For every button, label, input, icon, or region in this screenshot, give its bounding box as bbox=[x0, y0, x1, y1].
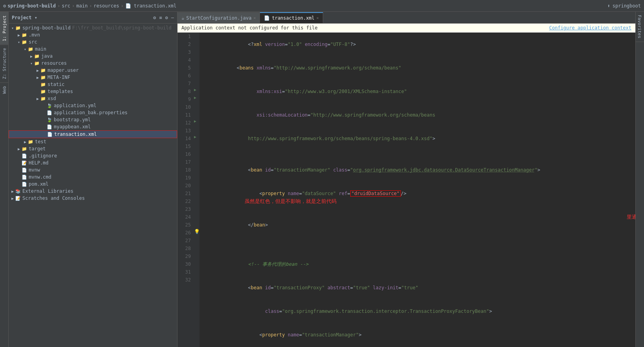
sidebar-item-favorites[interactable]: Favorites bbox=[636, 12, 644, 42]
main-layout: 1: Project Z: Structure Web Project ▾ ⚙ … bbox=[0, 12, 644, 347]
code-line-5: http://www.springframework.org/schema/be… bbox=[203, 127, 632, 150]
tree-item-pom-xml[interactable]: ▶ 📄 pom.xml bbox=[9, 181, 177, 188]
code-line-9: </bean> 里通过@Bean注入的数据源 bbox=[203, 213, 632, 245]
project-header: Project ▾ ⚙ ≡ ⚙ — bbox=[9, 12, 177, 24]
sidebar-item-web[interactable]: Web bbox=[0, 82, 8, 97]
code-line-6 bbox=[203, 150, 632, 158]
line-numbers: 1 2 3 4 5 6 7 8 9 10 11 12 13 14 15 16 1 bbox=[177, 33, 193, 347]
root-folder-icon: 📁 bbox=[15, 25, 21, 31]
code-line-14: <property name="transactionManager"> bbox=[203, 323, 632, 347]
project-header-icons: ⚙ ≡ ⚙ — bbox=[153, 15, 174, 20]
code-line-4: xsi:schemaLocation="http://www.springfra… bbox=[203, 103, 632, 127]
code-line-8: <property name="dataSource" ref="druidDa… bbox=[203, 182, 632, 213]
tree-item-transaction-xml[interactable]: ▶ 📄 transaction.xml bbox=[9, 130, 177, 138]
ext-arrow: ▶ bbox=[10, 189, 15, 194]
project-icon: ⚙ bbox=[3, 3, 6, 9]
sync-icon[interactable]: ⚙ bbox=[153, 15, 156, 20]
myappbean-xml-icon: 📄 bbox=[46, 124, 53, 130]
left-side-tabs: 1: Project Z: Structure Web bbox=[0, 12, 9, 347]
gutter-icon-7: ▶ bbox=[194, 88, 196, 92]
title-bar-right: ⬆ springboot bbox=[607, 3, 641, 9]
tree-item-meta-inf[interactable]: ▶ 📁 META-INF bbox=[9, 74, 177, 81]
meta-arrow: ▶ bbox=[35, 75, 40, 80]
test-folder-icon: 📁 bbox=[27, 139, 34, 145]
tree-item-src[interactable]: ▾ 📁 src bbox=[9, 38, 177, 46]
tree-item-static[interactable]: ▶ 📁 static bbox=[9, 81, 177, 88]
tree-root-arrow: ▾ bbox=[10, 26, 15, 30]
minimize-icon[interactable]: — bbox=[171, 15, 174, 20]
main-folder-icon: 📁 bbox=[27, 46, 34, 52]
tree-item-help-md[interactable]: ▶ 📝 HELP.md bbox=[9, 159, 177, 166]
sidebar-item-structure[interactable]: Z: Structure bbox=[0, 44, 8, 82]
code-line-10 bbox=[203, 245, 632, 252]
static-folder-icon: 📁 bbox=[40, 81, 46, 88]
project-tree: ▾ 📁 spring-boot-build F:\frr_boot_build\… bbox=[9, 24, 177, 347]
breadcrumb: ⚙ spring-boot-build › src › main › resou… bbox=[3, 3, 176, 9]
notice-bar: Application context not configured for t… bbox=[177, 24, 635, 33]
java-arrow: ▶ bbox=[29, 54, 34, 58]
tree-item-mvnw-cmd[interactable]: ▶ 📄 mvnw.cmd bbox=[9, 174, 177, 181]
configure-context-link[interactable]: Configure application context bbox=[549, 25, 631, 31]
transaction-xml-icon: 📄 bbox=[47, 131, 53, 137]
target-folder-icon: 📁 bbox=[21, 146, 27, 152]
code-content[interactable]: <?xml version="1.0" encoding="UTF-8"?> <… bbox=[199, 33, 635, 347]
java-file-icon: ☕ bbox=[181, 15, 184, 21]
tree-item-templates[interactable]: ▶ 📁 templates bbox=[9, 88, 177, 95]
tab-close-start[interactable]: ✕ bbox=[253, 16, 256, 20]
src-arrow: ▾ bbox=[16, 40, 21, 44]
settings-icon[interactable]: ⚙ bbox=[165, 15, 168, 20]
code-line-3: xmlns:xsi="http://www.w3.org/2001/XMLSch… bbox=[203, 80, 632, 103]
tab-transaction-xml[interactable]: 📄 transaction.xml ✕ bbox=[260, 12, 323, 23]
annotation-line2: 里通过@Bean注入的数据源 bbox=[627, 213, 635, 221]
tab-start-configuration[interactable]: ☕ StartConfiguration.java ✕ bbox=[177, 12, 260, 23]
tree-item-scratches[interactable]: ▶ 📝 Scratches and Consoles bbox=[9, 195, 177, 202]
tree-item-bootstrap-yml[interactable]: ▶ 🍃 bootstrap.yml bbox=[9, 116, 177, 123]
editor-area: ☕ StartConfiguration.java ✕ 📄 transactio… bbox=[177, 12, 635, 347]
notice-text: Application context not configured for t… bbox=[181, 25, 318, 31]
collapse-icon[interactable]: ≡ bbox=[159, 15, 162, 20]
target-arrow: ▶ bbox=[16, 147, 21, 151]
tree-item-mapper[interactable]: ▶ 📁 mapper.user bbox=[9, 67, 177, 74]
arrow-icon: ⬆ bbox=[607, 3, 610, 9]
mapper-folder-icon: 📁 bbox=[40, 67, 46, 73]
resources-folder-icon: 📁 bbox=[34, 60, 40, 66]
mvn-arrow: ▶ bbox=[16, 33, 21, 37]
sidebar-item-project[interactable]: 1: Project bbox=[0, 12, 8, 44]
tree-item-application-yml[interactable]: ▶ 🍃 application.yml bbox=[9, 102, 177, 109]
tree-item-mvnw[interactable]: ▶ 📄 mvnw bbox=[9, 166, 177, 174]
tree-item-gitignore[interactable]: ▶ 📄 .gitignore bbox=[9, 152, 177, 159]
tree-item-test[interactable]: ▶ 📁 test bbox=[9, 138, 177, 145]
mvnw-icon: 📄 bbox=[21, 167, 27, 173]
title-bar: ⚙ spring-boot-build › src › main › resou… bbox=[0, 0, 644, 12]
project-panel: Project ▾ ⚙ ≡ ⚙ — ▾ 📁 spring-boot-build … bbox=[9, 12, 177, 347]
tree-item-xsd[interactable]: ▶ 📁 xsd bbox=[9, 95, 177, 102]
tree-item-ext-libs[interactable]: ▶ 📚 External Libraries bbox=[9, 188, 177, 195]
mvn-folder-icon: 📁 bbox=[21, 32, 27, 38]
code-scroll[interactable]: 1 2 3 4 5 6 7 8 9 10 11 12 13 14 15 16 1 bbox=[177, 33, 635, 347]
gutter-icon-8: ▶ bbox=[194, 95, 196, 100]
code-line-1: <?xml version="1.0" encoding="UTF-8"?> bbox=[203, 33, 632, 56]
main-arrow: ▾ bbox=[23, 47, 27, 51]
tree-root[interactable]: ▾ 📁 spring-boot-build F:\frr_boot_build\… bbox=[9, 24, 177, 31]
xsd-folder-icon: 📁 bbox=[40, 95, 46, 102]
gutter-icon-12: ▶ bbox=[194, 119, 196, 123]
code-line-13: class="org.springframework.transaction.i… bbox=[203, 300, 632, 323]
code-line-7: <bean id="transactionManager" class="org… bbox=[203, 158, 632, 182]
templates-arrow: ▶ bbox=[35, 89, 40, 94]
mvnw-cmd-icon: 📄 bbox=[21, 174, 27, 180]
gitignore-icon: 📄 bbox=[21, 153, 27, 159]
tree-item-target[interactable]: ▶ 📁 target bbox=[9, 145, 177, 152]
tree-item-myappbean-xml[interactable]: ▶ 📄 myappbean.xml bbox=[9, 123, 177, 130]
tree-item-resources[interactable]: ▾ 📁 resources bbox=[9, 60, 177, 67]
src-folder-icon: 📁 bbox=[21, 39, 27, 45]
xsd-arrow: ▶ bbox=[35, 97, 40, 101]
scratches-arrow: ▶ bbox=[10, 196, 15, 201]
tree-item-main[interactable]: ▾ 📁 main bbox=[9, 46, 177, 53]
right-side-tabs: Favorites bbox=[635, 12, 644, 347]
tree-item-application-bak[interactable]: ▶ 📄 application_bak.properties bbox=[9, 109, 177, 116]
tree-item-mvn[interactable]: ▶ 📁 .mvn bbox=[9, 31, 177, 38]
error-value-druid: "druidDataSource" bbox=[350, 190, 401, 197]
tree-item-java[interactable]: ▶ 📁 java bbox=[9, 53, 177, 60]
tab-close-transaction[interactable]: ✕ bbox=[317, 16, 319, 20]
static-arrow: ▶ bbox=[35, 82, 40, 87]
